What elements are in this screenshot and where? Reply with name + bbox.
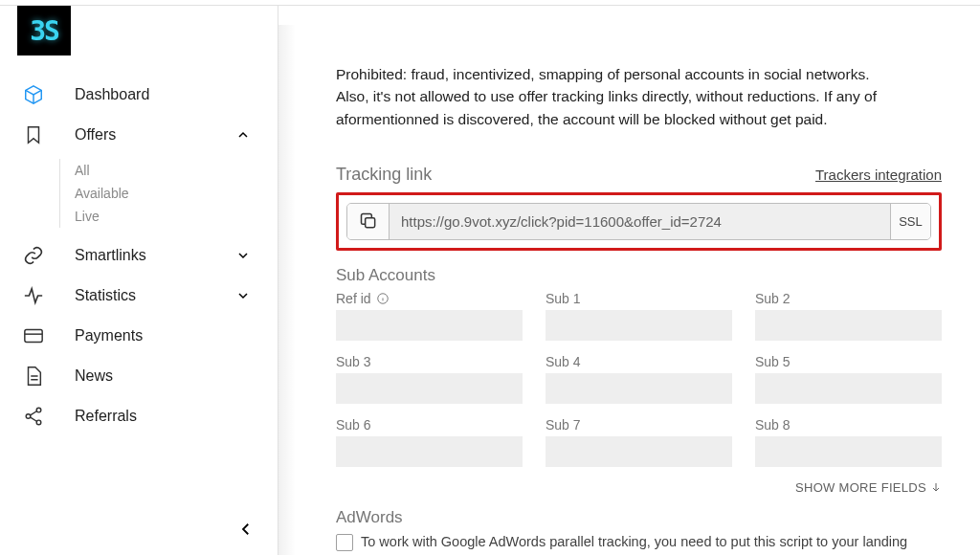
tracking-url-input[interactable] xyxy=(390,204,890,239)
sidebar-item-label: Referrals xyxy=(75,408,256,425)
sidebar-item-label: Offers xyxy=(75,126,235,144)
arrow-down-icon xyxy=(930,481,942,493)
sidebar-item-statistics[interactable]: Statistics xyxy=(0,276,278,316)
chevron-up-icon xyxy=(235,127,251,143)
sidebar-item-dashboard[interactable]: Dashboard xyxy=(0,75,278,115)
sidebar-item-label: Statistics xyxy=(75,287,235,304)
sidebar-item-payments[interactable]: Payments xyxy=(0,316,278,356)
sub-field-label: Sub 1 xyxy=(546,291,581,306)
sidebar-subitem-live[interactable]: Live xyxy=(75,205,278,228)
svg-rect-0 xyxy=(25,330,42,343)
bookmark-icon xyxy=(21,122,46,147)
sub7-input[interactable] xyxy=(546,436,732,467)
show-more-fields-button[interactable]: SHOW MORE FIELDS xyxy=(336,480,942,495)
trackers-integration-link[interactable]: Trackers integration xyxy=(815,166,942,183)
sub1-input[interactable] xyxy=(546,310,732,341)
sub2-input[interactable] xyxy=(755,310,942,341)
file-icon xyxy=(21,364,46,388)
sidebar-item-offers[interactable]: Offers xyxy=(0,115,278,155)
copy-button[interactable] xyxy=(347,204,390,239)
svg-rect-4 xyxy=(365,218,374,228)
sidebar-collapse-button[interactable] xyxy=(237,521,255,538)
sidebar-item-news[interactable]: News xyxy=(0,356,278,396)
notice-text: Prohibited: fraud, incentivized, smappin… xyxy=(336,6,942,130)
cube-icon xyxy=(21,82,46,107)
sub-field-label: Sub 4 xyxy=(546,354,581,369)
tracking-link-highlight: SSL xyxy=(336,192,942,251)
copy-icon xyxy=(359,211,378,231)
sub-field-label: Sub 8 xyxy=(755,417,791,433)
tracking-link-title: Tracking link xyxy=(336,165,432,185)
sidebar-item-label: News xyxy=(75,367,256,385)
chevron-down-icon xyxy=(235,288,251,303)
sub-field-label: Sub 5 xyxy=(755,354,791,369)
sub-field-label: Sub 7 xyxy=(546,417,581,433)
sidebar-item-smartlinks[interactable]: Smartlinks xyxy=(0,235,278,276)
sub5-input[interactable] xyxy=(755,373,942,404)
refid-input[interactable] xyxy=(336,310,523,341)
sub-field-label: Ref id xyxy=(336,291,371,306)
sub8-input[interactable] xyxy=(755,436,942,467)
sidebar-item-label: Smartlinks xyxy=(75,247,235,264)
sub3-input[interactable] xyxy=(336,373,523,404)
chevron-down-icon xyxy=(235,248,251,263)
sidebar-subitem-available[interactable]: Available xyxy=(75,182,278,205)
offers-submenu: All Available Live xyxy=(0,155,278,235)
sub-field-label: Sub 2 xyxy=(755,291,791,306)
sub4-input[interactable] xyxy=(546,373,732,404)
main-content: Prohibited: fraud, incentivized, smappin… xyxy=(278,6,980,555)
adwords-checkbox[interactable] xyxy=(336,534,353,551)
info-icon[interactable] xyxy=(376,292,390,305)
sub-accounts-title: Sub Accounts xyxy=(336,266,942,285)
show-more-label: SHOW MORE FIELDS xyxy=(795,480,926,495)
sidebar-item-referrals[interactable]: Referrals xyxy=(0,396,278,436)
sidebar-item-label: Dashboard xyxy=(75,86,256,103)
sidebar: Dashboard Offers All Available Live xyxy=(0,6,278,555)
sidebar-item-label: Payments xyxy=(75,327,256,344)
link-icon xyxy=(21,243,46,268)
sub6-input[interactable] xyxy=(336,436,523,467)
adwords-description: To work with Google AdWords parallel tra… xyxy=(361,534,907,555)
chevron-left-icon xyxy=(237,521,255,538)
share-icon xyxy=(21,404,46,429)
activity-icon xyxy=(21,283,46,308)
ssl-toggle[interactable]: SSL xyxy=(890,204,930,239)
adwords-title: AdWords xyxy=(336,508,942,527)
sub-field-label: Sub 6 xyxy=(336,417,371,433)
sub-field-label: Sub 3 xyxy=(336,354,371,369)
sidebar-subitem-all[interactable]: All xyxy=(75,159,278,182)
card-icon xyxy=(21,323,46,348)
